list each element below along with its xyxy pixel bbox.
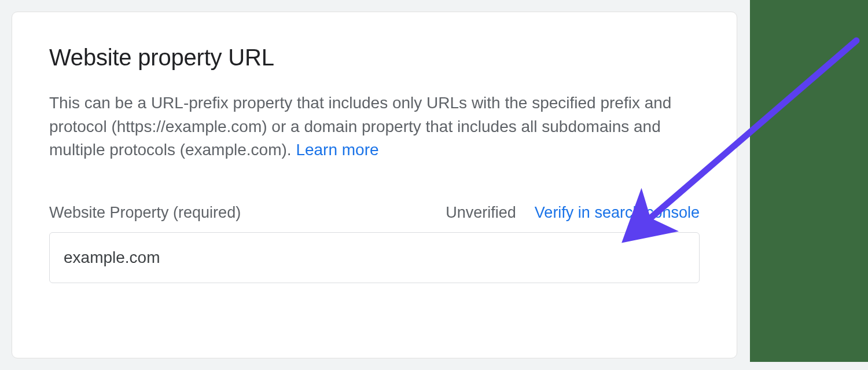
page-background: Website property URL This can be a URL-p…: [0, 0, 749, 370]
field-label: Website Property (required): [49, 204, 446, 222]
learn-more-link[interactable]: Learn more: [296, 141, 378, 159]
website-property-card: Website property URL This can be a URL-p…: [12, 12, 737, 358]
field-header-row: Website Property (required) Unverified V…: [49, 204, 700, 222]
card-heading: Website property URL: [49, 45, 700, 71]
card-description: This can be a URL-prefix property that i…: [49, 91, 700, 162]
decorative-right-band: [750, 0, 868, 362]
verify-in-search-console-link[interactable]: Verify in search console: [535, 204, 700, 222]
verification-status: Unverified: [446, 204, 516, 222]
website-property-input[interactable]: [49, 232, 700, 283]
